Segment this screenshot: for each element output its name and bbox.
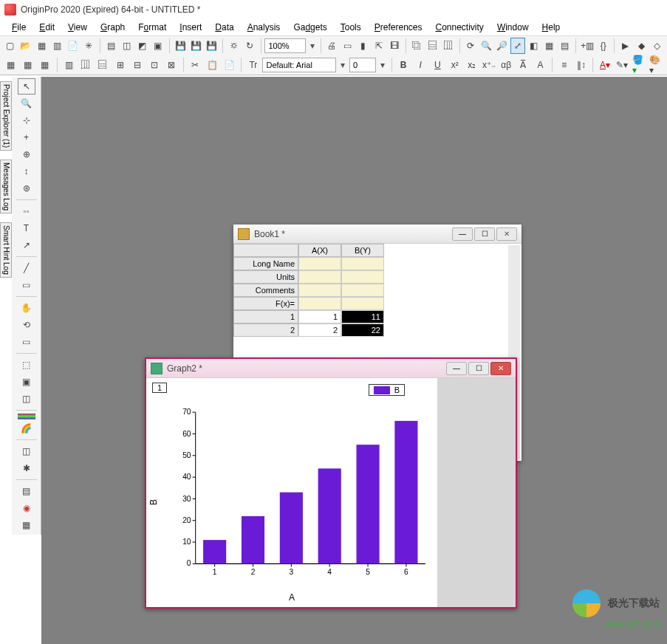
- copy-icon[interactable]: 📋: [205, 57, 220, 73]
- menu-format[interactable]: Format: [132, 21, 172, 34]
- insert-object-icon[interactable]: ◫: [18, 391, 35, 407]
- col-b-header[interactable]: B(Y): [341, 244, 384, 257]
- align-icon[interactable]: ≡: [556, 57, 572, 73]
- menu-connectivity[interactable]: Connectivity: [430, 21, 490, 34]
- menu-help[interactable]: Help: [536, 21, 567, 34]
- video-icon[interactable]: ▮: [356, 38, 370, 54]
- tab-messages-log[interactable]: Messages Log: [0, 160, 12, 213]
- tab-smart-hint-log[interactable]: Smart Hint Log: [0, 222, 12, 278]
- row-fx[interactable]: F(x)=: [233, 297, 298, 310]
- menu-graph[interactable]: Graph: [95, 21, 131, 34]
- cell-comments-b[interactable]: [341, 284, 384, 297]
- tb2-3-icon[interactable]: ▦: [37, 57, 52, 73]
- palette-icon[interactable]: 🎨▾: [649, 57, 664, 73]
- increase-font-icon[interactable]: A̅: [516, 57, 531, 73]
- tb2-4-icon[interactable]: ▥: [61, 57, 77, 73]
- cell-longname-a[interactable]: [298, 257, 341, 270]
- refresh-icon[interactable]: ⟳: [463, 38, 477, 54]
- extract-icon[interactable]: ⿲: [441, 38, 455, 54]
- tb2-9-icon[interactable]: ⊡: [146, 57, 162, 73]
- row-longname[interactable]: Long Name: [233, 257, 298, 270]
- book1-close-button[interactable]: ✕: [496, 227, 517, 241]
- font-input[interactable]: [262, 58, 336, 72]
- rainbow-icon[interactable]: 🌈: [18, 420, 35, 436]
- arrow-tool-icon[interactable]: ↗: [18, 237, 35, 253]
- new-workbook-icon[interactable]: ▤: [103, 38, 117, 54]
- save-template-icon[interactable]: 💾: [189, 38, 203, 54]
- menu-gadgets[interactable]: Gadgets: [287, 21, 332, 34]
- export-icon[interactable]: ⇱: [372, 38, 386, 54]
- screen-reader-icon[interactable]: +: [18, 129, 35, 145]
- pointer-icon[interactable]: ↖: [18, 78, 35, 95]
- print-icon[interactable]: 🖨: [325, 38, 339, 54]
- save-icon[interactable]: 💾: [173, 38, 187, 54]
- book1-titlebar[interactable]: Book1 * — ☐ ✕: [233, 225, 521, 244]
- menu-tools[interactable]: Tools: [335, 21, 367, 34]
- row-comments[interactable]: Comments: [233, 284, 298, 297]
- new-project-icon[interactable]: ▢: [3, 38, 17, 54]
- tb2-8-icon[interactable]: ⊟: [129, 57, 145, 73]
- italic-icon[interactable]: I: [413, 57, 428, 73]
- menu-edit[interactable]: Edit: [33, 21, 61, 34]
- menu-analysis[interactable]: Analysis: [242, 21, 287, 34]
- greek-icon[interactable]: αβ: [499, 57, 514, 73]
- superscript-icon[interactable]: x²: [447, 57, 462, 73]
- tb2-2-icon[interactable]: ▦: [20, 57, 35, 73]
- cell-1-a[interactable]: 1: [298, 310, 341, 323]
- film-icon[interactable]: 🎞: [388, 38, 402, 54]
- zoom-tool-icon[interactable]: 🔍: [18, 95, 35, 112]
- color-scale-icon[interactable]: [18, 414, 35, 419]
- cell-2-a[interactable]: 2: [298, 323, 341, 337]
- draw-data-icon[interactable]: ⊛: [18, 180, 35, 196]
- bold-icon[interactable]: B: [395, 57, 411, 73]
- import-wizard-icon[interactable]: 📄: [66, 38, 80, 54]
- decrease-font-icon[interactable]: A: [533, 57, 548, 73]
- data-cursor-icon[interactable]: ⊕: [18, 146, 35, 162]
- paste-icon[interactable]: 📄: [222, 57, 237, 73]
- scatter-icon[interactable]: ✳: [81, 38, 95, 54]
- tb2-5-icon[interactable]: ⿲: [78, 57, 94, 73]
- row-1[interactable]: 1: [233, 310, 298, 323]
- rect-tool-icon[interactable]: ▭: [18, 277, 35, 293]
- digitize-icon[interactable]: ◧: [527, 38, 541, 54]
- graph2-close-button[interactable]: ✕: [490, 362, 511, 375]
- insert-graph-icon[interactable]: ⬚: [18, 357, 35, 373]
- font-dropdown-icon[interactable]: ▾: [338, 57, 348, 73]
- worksheet[interactable]: A(X) B(Y) Long Name Units Comments F(x)=…: [233, 244, 521, 337]
- font-color-icon[interactable]: A▾: [597, 57, 612, 73]
- layer-number[interactable]: 1: [152, 383, 167, 393]
- read-data-icon[interactable]: ⊹: [18, 112, 35, 129]
- code-builder-icon[interactable]: {}: [596, 38, 610, 54]
- cell-comments-a[interactable]: [298, 284, 341, 297]
- batch-icon[interactable]: ⛭: [227, 38, 241, 54]
- slide-icon[interactable]: ▭: [341, 38, 355, 54]
- corner-cell[interactable]: [233, 244, 298, 257]
- menu-preferences[interactable]: Preferences: [369, 21, 428, 34]
- font-style-icon[interactable]: Tr: [245, 57, 261, 73]
- text-tool-icon[interactable]: T: [18, 220, 35, 236]
- open-icon[interactable]: 📂: [18, 38, 33, 54]
- graph-page[interactable]: 1 B B 010203040506070123456 A: [146, 378, 437, 607]
- tab-project-explorer[interactable]: Project Explorer (1): [0, 81, 12, 151]
- worksheet-icon[interactable]: ▦: [18, 517, 35, 533]
- cell-units-b[interactable]: [341, 270, 384, 284]
- col-a-header[interactable]: A(X): [298, 244, 341, 257]
- fill-color-icon[interactable]: 🪣▾: [632, 57, 647, 73]
- cut-icon[interactable]: ✂: [188, 57, 203, 73]
- new-matrix-icon[interactable]: ◩: [135, 38, 149, 54]
- row-2[interactable]: 2: [233, 323, 298, 337]
- new-graph-icon[interactable]: ◫: [120, 38, 134, 54]
- rescale-icon[interactable]: ⤢: [510, 38, 524, 54]
- extract-data-icon[interactable]: ▤: [18, 483, 35, 499]
- data-selector-icon[interactable]: ↕: [18, 163, 35, 179]
- roi-icon[interactable]: ▭: [18, 334, 35, 350]
- merge-icon[interactable]: ⿳: [425, 38, 439, 54]
- line-spacing-icon[interactable]: ‖↕: [573, 57, 589, 73]
- tb2-1-icon[interactable]: ▦: [3, 57, 18, 73]
- graph2-maximize-button[interactable]: ☐: [468, 362, 489, 375]
- menu-view[interactable]: View: [62, 21, 93, 34]
- row-units[interactable]: Units: [233, 270, 298, 284]
- mask-icon[interactable]: ◦◦: [18, 203, 35, 219]
- cell-1-b[interactable]: 11: [341, 310, 384, 323]
- open-template-icon[interactable]: ▦: [35, 38, 49, 54]
